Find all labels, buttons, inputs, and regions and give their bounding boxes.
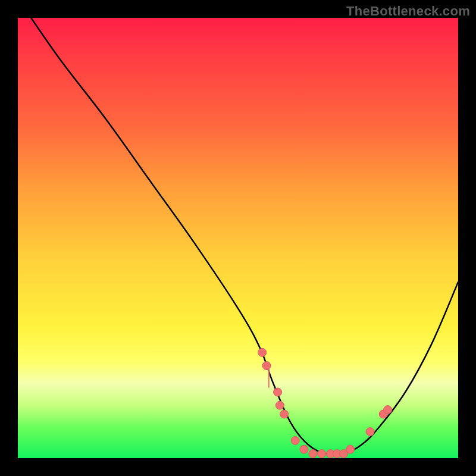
bottleneck-curve: [31, 18, 458, 455]
data-point-marker: [346, 445, 355, 453]
chart-frame: TheBottleneck.com: [0, 0, 476, 476]
data-point-marker: [275, 401, 284, 409]
data-point-marker: [258, 348, 267, 356]
data-point-marker: [318, 450, 326, 458]
data-point-marker: [274, 388, 282, 396]
chart-svg: [18, 18, 458, 458]
data-point-marker: [291, 436, 299, 444]
data-point-marker: [280, 410, 289, 418]
data-point-marker: [309, 450, 317, 458]
data-point-marker: [262, 362, 271, 370]
watermark-text: TheBottleneck.com: [346, 4, 470, 19]
data-point-marker: [300, 445, 308, 453]
plot-area: [18, 18, 458, 458]
data-point-marker: [366, 428, 374, 436]
marker-group: [258, 348, 392, 458]
data-point-marker: [384, 406, 392, 414]
